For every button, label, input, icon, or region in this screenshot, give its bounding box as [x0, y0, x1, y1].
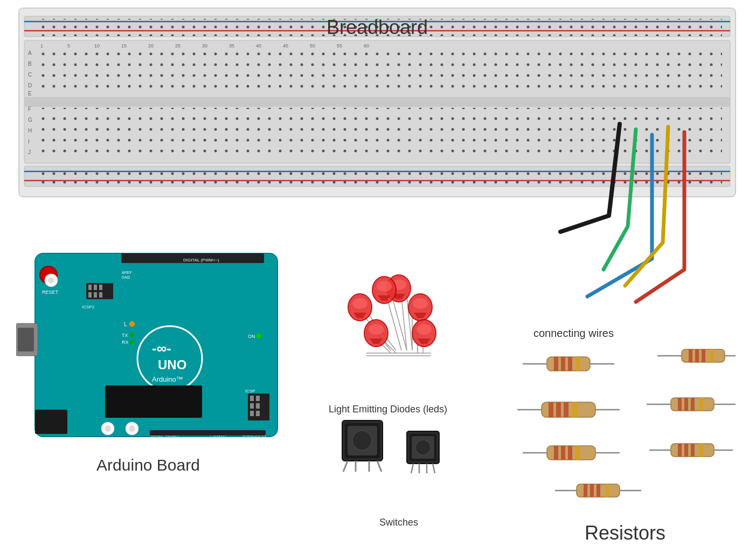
svg-point-71 [129, 425, 135, 432]
svg-rect-148 [702, 349, 705, 362]
svg-rect-76 [256, 396, 260, 401]
wires-section: connecting wires [469, 119, 695, 345]
svg-text:I: I [28, 139, 30, 144]
arduino-svg: RESET ICSP2 DIGITAL (PWM=~) -∞- UNO Ardu… [16, 248, 280, 453]
svg-rect-175 [684, 444, 688, 457]
svg-rect-46 [94, 285, 97, 290]
svg-text:GND: GND [122, 275, 130, 279]
svg-line-128 [377, 461, 382, 472]
svg-rect-40 [18, 328, 34, 351]
resistors-label: Resistors [585, 522, 665, 544]
svg-rect-169 [568, 446, 572, 460]
leds-section: Light Emitting Diodes (leds) [313, 264, 463, 415]
svg-rect-155 [564, 402, 568, 417]
wires-svg [469, 119, 695, 323]
svg-rect-78 [256, 403, 260, 409]
svg-rect-50 [99, 292, 102, 298]
switches-section: Switches [323, 410, 474, 528]
svg-text:C: C [28, 72, 32, 78]
svg-text:B: B [28, 61, 32, 67]
svg-point-62 [130, 340, 134, 344]
svg-text:F: F [28, 106, 31, 112]
svg-rect-160 [678, 398, 682, 411]
svg-point-107 [352, 298, 367, 309]
svg-rect-184 [605, 484, 609, 497]
svg-rect-79 [250, 411, 254, 416]
svg-rect-162 [691, 398, 695, 411]
svg-rect-168 [561, 446, 565, 460]
svg-point-124 [352, 431, 372, 450]
svg-text:40: 40 [256, 43, 261, 49]
leds-svg [313, 264, 463, 394]
svg-rect-149 [710, 349, 714, 362]
svg-text:E: E [28, 91, 32, 96]
switches-label: Switches [379, 517, 418, 528]
svg-text:H: H [28, 128, 32, 134]
svg-text:1: 1 [40, 43, 43, 49]
arduino-section: RESET ICSP2 DIGITAL (PWM=~) -∞- UNO Ardu… [11, 248, 286, 474]
svg-rect-140 [561, 357, 565, 371]
svg-rect-176 [691, 444, 695, 457]
svg-text:Arduino™: Arduino™ [152, 375, 183, 383]
svg-rect-141 [568, 357, 572, 371]
svg-rect-48 [88, 292, 92, 298]
svg-text:35: 35 [229, 43, 234, 49]
svg-text:A: A [28, 50, 32, 56]
svg-text:ON: ON [248, 334, 255, 339]
svg-text:55: 55 [337, 43, 342, 49]
svg-text:ICSP2: ICSP2 [82, 305, 95, 309]
svg-point-69 [105, 425, 111, 432]
svg-text:DIGITAL (PWM=~): DIGITAL (PWM=~) [183, 258, 219, 263]
svg-point-97 [377, 281, 392, 292]
svg-rect-142 [576, 357, 580, 371]
svg-rect-182 [590, 484, 594, 497]
svg-rect-147 [695, 349, 699, 362]
svg-text:15: 15 [121, 43, 127, 49]
svg-rect-154 [556, 402, 561, 417]
svg-rect-86 [150, 430, 266, 436]
svg-rect-183 [597, 484, 600, 497]
svg-rect-49 [94, 292, 97, 298]
svg-rect-77 [250, 403, 254, 409]
svg-rect-45 [88, 285, 92, 290]
svg-text:45: 45 [283, 43, 288, 49]
svg-text:J: J [28, 149, 31, 155]
svg-text:L: L [124, 321, 127, 327]
svg-text:20: 20 [148, 43, 154, 49]
switches-svg [331, 410, 466, 496]
svg-rect-170 [575, 446, 580, 460]
svg-rect-33 [38, 50, 722, 94]
svg-line-89 [401, 296, 407, 350]
svg-text:RX: RX [122, 340, 129, 345]
svg-point-61 [130, 333, 134, 337]
svg-text:ICSP: ICSP [245, 389, 255, 394]
svg-line-133 [411, 464, 413, 473]
svg-point-132 [415, 440, 431, 455]
svg-text:60: 60 [364, 43, 369, 49]
wires-label: connecting wires [533, 327, 614, 340]
svg-rect-167 [554, 446, 558, 460]
svg-rect-8 [24, 97, 730, 107]
arduino-label: Arduino Board [96, 456, 200, 474]
resistors-svg [512, 340, 738, 512]
svg-rect-161 [684, 398, 688, 411]
svg-text:50: 50 [310, 43, 315, 49]
svg-rect-177 [699, 444, 703, 457]
svg-text:10: 10 [94, 43, 100, 49]
svg-line-136 [433, 464, 435, 473]
svg-text:3V3  5V  GND  GND  VIN: 3V3 5V GND GND VIN [172, 438, 217, 443]
svg-point-112 [417, 324, 432, 335]
svg-line-125 [343, 461, 348, 472]
svg-text:TX: TX [122, 333, 128, 338]
svg-text:A0 A1 A2 A3 A4 A5: A0 A1 A2 A3 A4 A5 [226, 438, 263, 443]
svg-text:RESET: RESET [42, 289, 59, 295]
svg-rect-80 [256, 411, 260, 416]
svg-rect-156 [572, 402, 577, 417]
svg-text:30: 30 [202, 43, 207, 49]
svg-text:25: 25 [175, 43, 181, 49]
svg-text:UNO: UNO [158, 357, 186, 372]
svg-rect-146 [689, 349, 692, 362]
svg-point-58 [129, 321, 135, 327]
svg-point-64 [256, 333, 261, 339]
svg-rect-75 [250, 396, 254, 401]
